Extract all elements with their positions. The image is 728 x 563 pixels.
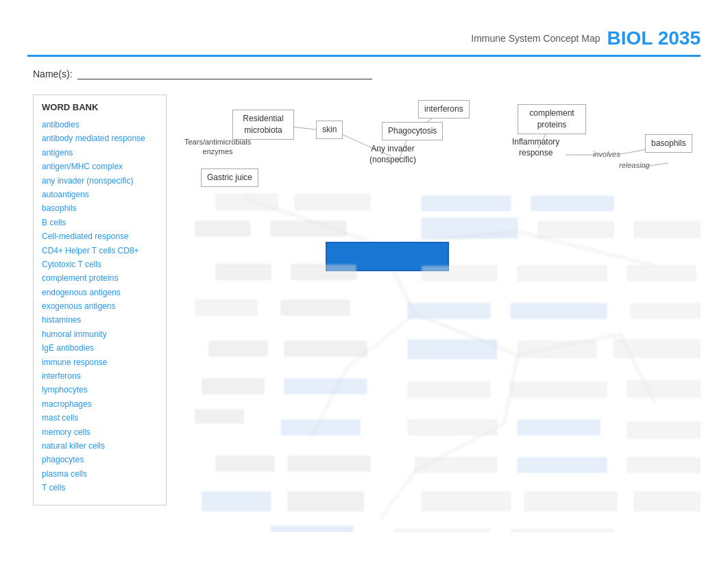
node-residential-microbiota: Residentialmicrobiota: [232, 110, 294, 140]
name-input-line: [77, 79, 372, 79]
svg-line-19: [380, 471, 415, 519]
header-title: BIOL 2035: [607, 27, 701, 49]
word-bank-item[interactable]: natural killer cells: [42, 439, 158, 453]
word-bank-item[interactable]: Cytotoxic T cells: [42, 258, 158, 271]
word-bank-item[interactable]: any invader (nonspecific): [42, 174, 158, 188]
node-phagocytosis: Phagocytosis: [382, 122, 443, 140]
word-bank-item[interactable]: antigens: [42, 146, 158, 160]
word-bank-item[interactable]: memory cells: [42, 425, 158, 439]
word-bank-item[interactable]: humoral immunity: [42, 327, 158, 341]
word-bank-item[interactable]: phagocytes: [42, 453, 158, 466]
word-bank-item[interactable]: Cell-mediated response: [42, 229, 158, 243]
header-subtitle: Immune System Concept Map: [471, 33, 600, 44]
word-bank-item[interactable]: endogenous antigens: [42, 286, 158, 299]
word-bank-item[interactable]: lymphocytes: [42, 383, 158, 397]
word-bank-item[interactable]: IgE antibodies: [42, 341, 158, 355]
name-label: Name(s):: [33, 68, 372, 79]
node-inflammatory-response: Inflammatoryresponse: [512, 137, 559, 158]
node-gastric-juice: Gastric juice: [201, 168, 258, 187]
word-bank-item[interactable]: mast cells: [42, 411, 158, 425]
word-bank-item[interactable]: immune response: [42, 355, 158, 369]
header: Immune System Concept Map BIOL 2035: [471, 27, 701, 49]
node-involves-label: involves: [593, 149, 620, 159]
concept-map: interferons complementproteins Phagocyto…: [175, 95, 701, 532]
word-bank-item[interactable]: B cells: [42, 216, 158, 229]
node-tears-antimicrobials: Tears/antimicrobialsenzymes: [184, 137, 251, 157]
node-interferons: interferons: [418, 100, 470, 118]
word-bank-item[interactable]: autoantigens: [42, 188, 158, 201]
word-bank-list: antibodiesantibody mediated responseanti…: [42, 118, 158, 495]
word-bank-item[interactable]: histamines: [42, 313, 158, 327]
node-any-invader-nonspecific: Any invader(nonspecific): [369, 144, 416, 165]
word-bank-item[interactable]: macrophages: [42, 397, 158, 411]
word-bank-item[interactable]: plasma cells: [42, 467, 158, 481]
node-releasing-label: releasing: [619, 160, 650, 170]
word-bank-item[interactable]: interferons: [42, 369, 158, 383]
word-bank-item[interactable]: complement proteins: [42, 271, 158, 285]
word-bank-item[interactable]: antigen/MHC complex: [42, 160, 158, 173]
word-bank-title: WORD BANK: [42, 102, 158, 112]
node-complement-proteins: complementproteins: [518, 104, 586, 134]
node-skin: skin: [316, 121, 343, 139]
word-bank-panel: WORD BANK antibodiesantibody mediated re…: [33, 95, 167, 505]
node-basophils: basophils: [645, 134, 692, 153]
word-bank-item[interactable]: T cells: [42, 481, 158, 495]
word-bank-item[interactable]: basophils: [42, 201, 158, 215]
word-bank-item[interactable]: antibodies: [42, 118, 158, 132]
blue-divider: [27, 55, 701, 57]
word-bank-item[interactable]: exogenous antigens: [42, 299, 158, 313]
word-bank-item[interactable]: antibody mediated response: [42, 132, 158, 145]
word-bank-item[interactable]: CD4+ Helper T cells CD8+: [42, 244, 158, 258]
